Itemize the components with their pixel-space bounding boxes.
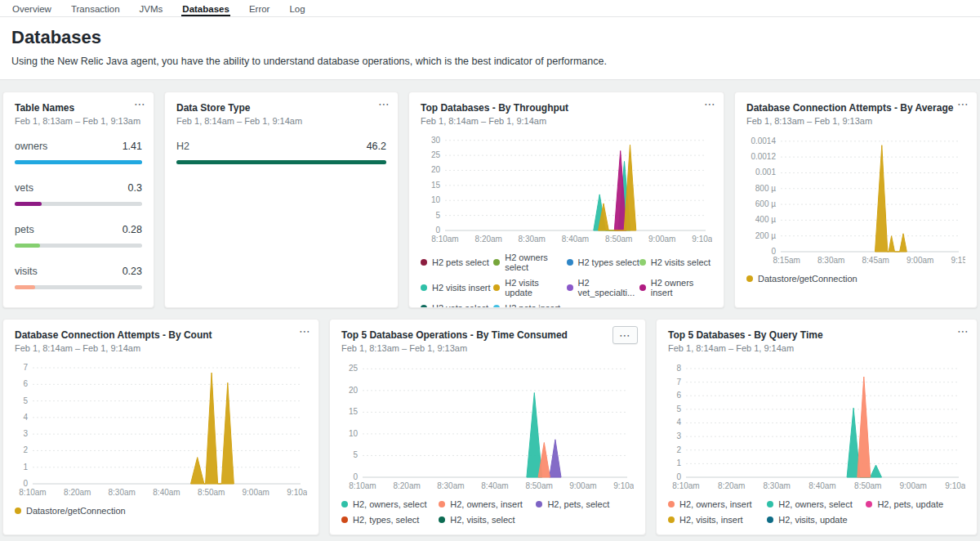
legend-item[interactable]: H2, owners, select [767, 499, 866, 509]
svg-text:5: 5 [435, 211, 440, 220]
legend-item[interactable]: H2, owners, insert [668, 499, 767, 509]
svg-text:4: 4 [23, 413, 28, 422]
svg-text:8:20am: 8:20am [64, 488, 91, 497]
tab-error[interactable]: Error [248, 2, 271, 16]
more-menu-icon[interactable]: ⋯ [378, 97, 390, 110]
card-title: Table Names [15, 102, 142, 114]
card-top-databases-throughput: Top Databases - By Throughput Feb 1, 8:1… [408, 92, 724, 308]
card-title: Top Databases - By Throughput [421, 102, 712, 114]
legend-label: H2, owners, insert [450, 499, 523, 509]
legend-label: Datastore/getConnection [758, 274, 858, 284]
svg-text:0: 0 [676, 472, 681, 481]
legend-item[interactable]: H2, owners, insert [439, 499, 536, 509]
legend-color-dot [567, 284, 573, 291]
legend-item[interactable]: H2, visits, select [439, 515, 536, 525]
page-header: Databases Using the New Relic Java agent… [0, 17, 980, 80]
legend-item[interactable]: H2 owners select [493, 253, 566, 272]
svg-text:7: 7 [676, 378, 681, 387]
svg-text:9:00am: 9:00am [569, 481, 596, 490]
legend-label: H2 vets select [432, 303, 488, 308]
svg-text:3: 3 [23, 429, 28, 438]
chart-legend: H2 pets selectH2 owners selectH2 types s… [421, 253, 712, 308]
throughput-area-chart[interactable]: 0510152025308:10am8:20am8:30am8:40am8:50… [421, 131, 712, 245]
legend-item[interactable]: H2, owners, select [341, 499, 439, 509]
chart-legend: Datastore/getConnection [746, 274, 965, 284]
svg-text:8:40am: 8:40am [562, 235, 589, 244]
svg-text:8:30am: 8:30am [519, 235, 546, 244]
connection-count-area-chart[interactable]: 012345678:10am8:20am8:30am8:40am8:50am9:… [15, 358, 307, 499]
legend-item[interactable]: Datastore/getConnection [746, 274, 858, 284]
legend-item[interactable]: H2 vets select [421, 303, 493, 308]
legend-label: H2 pets insert [505, 303, 560, 308]
legend-item[interactable]: H2, pets, select [536, 499, 633, 509]
legend-item[interactable]: H2, pets, update [866, 499, 964, 509]
card-date-range: Feb 1, 8:13am – Feb 1, 9:13am [341, 343, 634, 353]
bar-label: vets [15, 182, 33, 194]
legend-item[interactable]: H2, visits, insert [668, 515, 767, 525]
page-description: Using the New Relic Java agent, you have… [11, 56, 969, 67]
bar-row: vets0.3 [15, 182, 142, 206]
legend-item[interactable]: H2 visits update [493, 278, 566, 297]
more-menu-icon[interactable]: ⋯ [299, 324, 311, 338]
svg-text:8:40am: 8:40am [808, 481, 835, 490]
svg-text:8:20am: 8:20am [718, 481, 745, 490]
bar-row: pets0.28 [15, 224, 142, 248]
chart-svg: 0510152025308:10am8:20am8:30am8:40am8:50… [421, 131, 712, 245]
legend-color-dot [668, 516, 675, 523]
svg-text:8:10am: 8:10am [349, 481, 376, 490]
svg-text:8:10am: 8:10am [19, 488, 46, 497]
page-title: Databases [11, 27, 969, 48]
tab-overview[interactable]: Overview [11, 2, 52, 16]
legend-color-dot [746, 275, 753, 282]
more-menu-icon[interactable]: ⋯ [957, 324, 969, 338]
legend-item[interactable]: H2 visits insert [421, 278, 493, 297]
svg-text:5: 5 [676, 405, 681, 414]
svg-text:9:15am: 9:15am [951, 256, 965, 265]
card-date-range: Feb 1, 8:14am – Feb 1, 9:14am [668, 343, 965, 353]
bar-track [176, 160, 386, 164]
legend-color-dot [421, 284, 427, 291]
legend-item[interactable]: H2 visits select [639, 253, 712, 272]
legend-color-dot [493, 259, 500, 266]
legend-item[interactable]: H2 pets insert [493, 303, 566, 308]
legend-item[interactable]: H2 vet_specialti... [567, 278, 639, 297]
svg-text:10: 10 [349, 429, 359, 438]
svg-text:800 µ: 800 µ [755, 184, 776, 193]
more-menu-icon[interactable]: ⋯ [704, 97, 716, 110]
connection-average-area-chart[interactable]: 0200 µ400 µ600 µ800 µ0.0010.00120.00148:… [746, 131, 965, 266]
card-title: Top 5 Database Operations - By Time Cons… [341, 329, 634, 341]
svg-text:6: 6 [23, 379, 28, 388]
legend-item[interactable]: Datastore/getConnection [15, 506, 126, 516]
query-time-area-chart[interactable]: 0123456788:10am8:20am8:30am8:40am8:50am9… [668, 358, 965, 492]
legend-item[interactable]: H2 owners insert [639, 278, 712, 297]
card-title: Data Store Type [176, 102, 386, 114]
legend-label: H2, owners, insert [679, 499, 752, 509]
svg-text:8:30am: 8:30am [109, 488, 136, 497]
legend-item[interactable]: H2, types, select [341, 515, 439, 525]
tab-databases[interactable]: Databases [181, 2, 230, 16]
legend-label: H2 visits select [651, 257, 710, 267]
tab-transaction[interactable]: Transaction [70, 2, 121, 16]
legend-item[interactable]: H2 types select [567, 253, 639, 272]
svg-text:25: 25 [349, 364, 359, 373]
svg-text:20: 20 [349, 386, 359, 395]
operations-time-area-chart[interactable]: 05101520258:10am8:20am8:30am8:40am8:50am… [341, 358, 634, 492]
legend-label: H2 owners select [505, 253, 566, 272]
more-menu-icon[interactable]: ⋯ [612, 326, 638, 344]
legend-item[interactable]: H2, visits, update [767, 515, 866, 525]
more-menu-icon[interactable]: ⋯ [134, 97, 146, 110]
legend-label: Datastore/getConnection [26, 506, 126, 516]
svg-text:8:50am: 8:50am [198, 488, 225, 497]
dashboard-board: Table Names Feb 1, 8:13am – Feb 1, 9:13a… [0, 80, 980, 539]
tab-jvms[interactable]: JVMs [139, 2, 164, 16]
svg-text:0: 0 [353, 472, 358, 481]
svg-text:8:50am: 8:50am [854, 481, 881, 490]
legend-item[interactable]: H2 pets select [421, 253, 493, 272]
svg-text:8: 8 [676, 364, 681, 373]
tab-log[interactable]: Log [288, 2, 305, 16]
more-menu-icon[interactable]: ⋯ [957, 97, 969, 110]
svg-text:9:00am: 9:00am [900, 481, 927, 490]
svg-text:3: 3 [676, 431, 681, 440]
bar-fill [15, 160, 142, 164]
svg-text:2: 2 [676, 445, 681, 454]
